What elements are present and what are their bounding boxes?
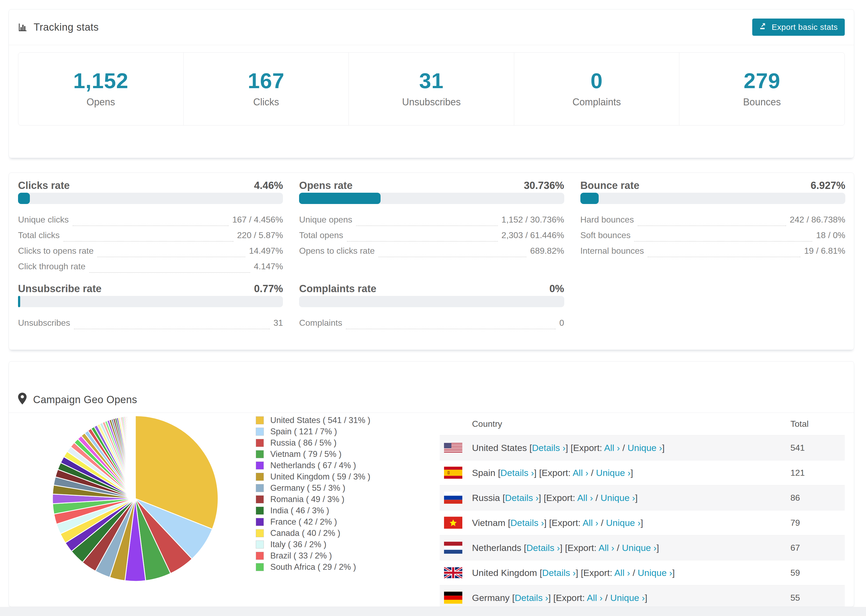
export-unique-link[interactable]: Unique › — [622, 543, 657, 553]
details-link[interactable]: Details › — [505, 493, 539, 503]
country-cell: Germany [Details ›] [Export: All › / Uni… — [472, 592, 647, 603]
table-row-es: Spain [Details ›] [Export: All › / Uniqu… — [440, 460, 845, 485]
geo-opens-pie-chart[interactable] — [49, 413, 221, 585]
table-row-gb: United Kingdom [Details ›] [Export: All … — [440, 560, 845, 585]
rate-progress-bar — [299, 193, 564, 204]
bracket: ] — [672, 567, 675, 578]
geo-table-body: United States [Details ›] [Export: All ›… — [440, 435, 845, 607]
export-all-link[interactable]: All › — [587, 592, 603, 603]
stat-value: 0 — [590, 70, 603, 92]
rate-rows: Unique opens1,152 / 30.736%Total opens2,… — [299, 215, 564, 261]
export-unique-link[interactable]: Unique › — [601, 493, 635, 503]
stat-label: Clicks — [253, 96, 279, 108]
export-prefix: ] [Export: — [565, 443, 604, 453]
export-all-link[interactable]: All › — [614, 567, 630, 578]
details-link[interactable]: Details › — [510, 518, 544, 528]
export-unique-link[interactable]: Unique › — [638, 567, 672, 578]
bracket: ] — [645, 592, 647, 603]
rate-row-value: 689.82% — [530, 246, 564, 256]
details-link[interactable]: Details › — [542, 567, 576, 578]
export-icon — [759, 22, 767, 32]
dotted-leader — [347, 241, 498, 242]
legend-swatch — [256, 462, 264, 470]
bracket: ] — [641, 518, 643, 528]
total-cell: 67 — [790, 543, 800, 553]
details-link[interactable]: Details › — [501, 468, 534, 478]
legend-item: Brazil ( 33 / 2% ) — [256, 550, 370, 561]
rate-block-header: Unsubscribe rate0.77% — [18, 281, 283, 296]
legend-swatch — [256, 450, 264, 458]
export-unique-link[interactable]: Unique › — [606, 518, 641, 528]
bracket: ] — [631, 468, 633, 478]
rate-row-label: Unsubscribes — [18, 318, 70, 328]
export-unique-link[interactable]: Unique › — [610, 592, 645, 603]
stat-value: 1,152 — [73, 70, 128, 92]
legend-item: Canada ( 40 / 2% ) — [256, 528, 370, 539]
bracket: [ — [540, 567, 542, 578]
rate-row-label: Hard bounces — [580, 215, 634, 225]
page-footer-area — [0, 607, 866, 616]
legend-label: Spain ( 121 / 7% ) — [270, 427, 337, 437]
dotted-leader — [346, 329, 555, 329]
stat-label: Bounces — [743, 96, 781, 108]
export-unique-link[interactable]: Unique › — [627, 443, 662, 453]
slash-separator: / — [589, 468, 596, 478]
country-name: Spain — [472, 468, 498, 478]
rate-row-label: Internal bounces — [580, 246, 644, 256]
rate-title: Bounce rate — [580, 180, 639, 191]
total-cell: 79 — [790, 518, 800, 528]
legend-item: India ( 46 / 3% ) — [256, 505, 370, 516]
legend-swatch — [256, 439, 264, 447]
tracking-stats-header: Tracking stats Export basic stats — [9, 9, 854, 45]
dotted-leader — [648, 257, 800, 257]
rate-block-header: Clicks rate4.46% — [18, 178, 283, 193]
country-cell: Vietnam [Details ›] [Export: All › / Uni… — [472, 518, 643, 528]
details-link[interactable]: Details › — [526, 543, 560, 553]
legend-item: United Kingdom ( 59 / 3% ) — [256, 471, 370, 482]
bracket: [ — [508, 518, 510, 528]
legend-label: Brazil ( 33 / 2% ) — [270, 551, 332, 561]
export-all-link[interactable]: All › — [604, 443, 620, 453]
rate-block-header: Bounce rate6.927% — [580, 178, 845, 193]
legend-swatch — [256, 416, 264, 424]
dotted-leader — [356, 225, 498, 226]
stat-value: 31 — [419, 70, 444, 92]
stat-cell-complaints: 0Complaints — [514, 53, 680, 125]
rate-row-value: 220 / 5.87% — [237, 230, 283, 240]
export-all-link[interactable]: All › — [599, 543, 614, 553]
legend-label: Vietnam ( 79 / 5% ) — [270, 449, 342, 459]
country-cell: Netherlands [Details ›] [Export: All › /… — [472, 543, 659, 553]
rate-value: 30.736% — [524, 180, 564, 191]
rate-row: Unique clicks167 / 4.456% — [18, 215, 283, 230]
legend-item: Russia ( 86 / 5% ) — [256, 437, 370, 449]
rate-block-header: Complaints rate0% — [299, 281, 564, 296]
rate-row: Unique opens1,152 / 30.736% — [299, 215, 564, 230]
rate-value: 0.77% — [254, 283, 283, 295]
rate-block-unsubscribe-rate: Unsubscribe rate0.77%Unsubscribes31 — [18, 281, 283, 333]
legend-label: Netherlands ( 67 / 4% ) — [270, 460, 356, 470]
export-all-link[interactable]: All › — [583, 518, 598, 528]
rate-row-label: Total clicks — [18, 230, 60, 240]
details-link[interactable]: Details › — [532, 443, 565, 453]
export-basic-stats-button[interactable]: Export basic stats — [752, 19, 845, 36]
export-all-link[interactable]: All › — [573, 468, 589, 478]
export-all-link[interactable]: All › — [577, 493, 593, 503]
legend-label: Romania ( 49 / 3% ) — [270, 495, 345, 504]
export-unique-link[interactable]: Unique › — [596, 468, 631, 478]
total-cell: 121 — [790, 468, 805, 478]
rate-value: 6.927% — [811, 180, 845, 191]
geo-table-header-row: Country Total — [440, 413, 845, 435]
legend-label: United States ( 541 / 31% ) — [270, 415, 370, 425]
table-row-nl: Netherlands [Details ›] [Export: All › /… — [440, 535, 845, 560]
table-row-us: United States [Details ›] [Export: All ›… — [440, 435, 845, 460]
details-link[interactable]: Details › — [515, 592, 548, 603]
rates-card: Clicks rate4.46%Unique clicks167 / 4.456… — [9, 173, 854, 350]
rate-row-value: 14.497% — [249, 246, 283, 256]
rate-row: Complaints0 — [299, 318, 564, 333]
country-name: Vietnam — [472, 518, 508, 528]
campaign-geo-opens-title: Campaign Geo Opens — [18, 393, 137, 407]
tracking-stats-title-label: Tracking stats — [34, 22, 99, 33]
campaign-overview-page: { "colors":{"accent":"#0f87a2","number":… — [0, 0, 866, 616]
rate-row-label: Complaints — [299, 318, 342, 328]
bracket: [ — [512, 592, 515, 603]
